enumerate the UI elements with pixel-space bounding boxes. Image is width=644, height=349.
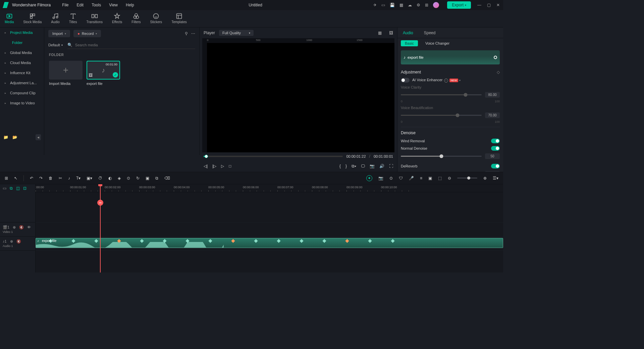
message-icon[interactable]: ▭	[381, 3, 385, 7]
subtab-basic[interactable]: Basic	[401, 40, 418, 46]
collapse-sidebar-icon[interactable]: ◂	[36, 134, 41, 140]
normal-denoise-toggle[interactable]	[491, 146, 500, 151]
detach-icon[interactable]: ⧉	[155, 176, 158, 181]
mixer-icon[interactable]: ≡	[420, 176, 422, 181]
notification-icon[interactable]: ⚙	[417, 3, 420, 7]
audio-clip[interactable]: ♪ export file	[36, 238, 503, 248]
send-icon[interactable]: ✈	[373, 3, 377, 7]
keyframe-diamond-icon[interactable]: ◇	[497, 70, 500, 74]
group-icon[interactable]: ▣	[146, 176, 149, 181]
marker-tool-icon[interactable]: 🛡	[399, 176, 403, 181]
nav-titles[interactable]: Titles	[68, 12, 78, 25]
play-button[interactable]: ▷	[221, 164, 224, 168]
export-button[interactable]: Export▾	[447, 1, 471, 9]
import-button[interactable]: Import▾	[48, 30, 70, 37]
image-icon[interactable]: 🖼	[389, 31, 393, 35]
redo-icon[interactable]: ↷	[39, 176, 43, 181]
compare-icon[interactable]: ⧉▾	[352, 164, 356, 168]
text-icon[interactable]: T▾	[76, 176, 80, 181]
voice-beautification-slider[interactable]	[401, 115, 482, 116]
stop-button[interactable]: □	[229, 164, 231, 168]
quality-dropdown[interactable]: Full Quality▾	[219, 30, 254, 36]
ai-voice-enhancer-toggle[interactable]	[401, 78, 410, 83]
voice-clarity-slider[interactable]	[401, 94, 482, 95]
sidebar-image-to-video[interactable]: ▸Image to Video	[0, 98, 44, 108]
snapshot-icon[interactable]: 📷	[370, 164, 375, 168]
mark-out-button[interactable]: }	[345, 164, 347, 168]
wind-removal-toggle[interactable]	[491, 139, 500, 143]
search-input[interactable]	[75, 43, 195, 47]
prev-frame-button[interactable]: ◁|	[204, 164, 208, 168]
open-folder-icon[interactable]: 📁	[3, 135, 8, 140]
video-track-header[interactable]: 🎬1⊕🔇👁 Video 1	[0, 222, 35, 237]
dereverb-value[interactable]: 70	[485, 171, 500, 172]
sidebar-adjustment-layer[interactable]: ▸Adjustment La...	[0, 78, 44, 88]
volume-icon[interactable]: 🔊	[379, 164, 384, 168]
color-icon[interactable]: ◐	[108, 176, 112, 181]
mark-in-button[interactable]: {	[339, 164, 341, 168]
sidebar-influence-kit[interactable]: ▸Influence Kit	[0, 68, 44, 78]
nav-stickers[interactable]: Stickers	[149, 12, 164, 25]
nav-templates[interactable]: Templates	[170, 12, 188, 25]
audio-lane[interactable]: ♪ export file	[36, 237, 503, 251]
sidebar-global-media[interactable]: ▸Global Media	[0, 48, 44, 58]
nav-audio[interactable]: Audio	[50, 12, 61, 25]
rotate-icon[interactable]: ↻	[136, 176, 140, 181]
close-button[interactable]: ✕	[496, 3, 500, 7]
voice-beautification-value[interactable]: 70.00	[485, 112, 500, 118]
add-track-icon[interactable]: ⊕	[13, 225, 16, 230]
info-icon[interactable]: i	[444, 79, 448, 83]
render-icon[interactable]: ▣	[428, 176, 432, 181]
player-viewport[interactable]: 0 500 1000 1500	[202, 38, 394, 152]
menu-edit[interactable]: Edit	[73, 1, 87, 9]
magnetic-icon[interactable]: ▭	[3, 186, 6, 191]
video-lane[interactable]	[36, 222, 503, 237]
library-icon[interactable]: ▦	[399, 3, 403, 7]
keyframe-icon[interactable]: ◈	[118, 176, 121, 181]
ai-tool-icon[interactable]: ✦	[366, 175, 372, 181]
unlink-icon[interactable]: ⌫	[164, 176, 170, 181]
import-media-card[interactable]: + Import Media	[49, 61, 83, 86]
speed-icon[interactable]: ⏱	[98, 176, 102, 181]
track-visibility-icon[interactable]: 👁	[27, 225, 31, 230]
subtab-voice-changer[interactable]: Voice Changer	[421, 40, 453, 46]
dereverb-toggle[interactable]	[491, 164, 500, 168]
more-icon[interactable]: ⋯	[191, 31, 195, 36]
voice-clarity-value[interactable]: 80.00	[485, 92, 500, 98]
mic-icon[interactable]: 🎤	[409, 176, 414, 181]
menu-file[interactable]: File	[59, 1, 72, 9]
monitor-icon[interactable]: 🖵	[361, 164, 365, 168]
cut-icon[interactable]: ✂	[59, 176, 62, 181]
menu-tools[interactable]: Tools	[88, 1, 104, 9]
cursor-tool-icon[interactable]: ↖	[14, 176, 17, 181]
mute-audio-icon[interactable]: 🔇	[16, 239, 21, 244]
normal-denoise-slider[interactable]	[401, 156, 482, 157]
sort-default[interactable]: Default▾	[48, 43, 63, 47]
cloud-icon[interactable]: ☁	[408, 3, 412, 7]
audio-track-header[interactable]: ♪1⊕🔇 Audio 1	[0, 237, 35, 251]
nav-media[interactable]: Media	[3, 12, 15, 25]
record-tool-icon[interactable]: 📷	[378, 176, 383, 181]
tab-speed[interactable]: Speed	[419, 28, 441, 38]
tab-audio[interactable]: Audio	[397, 28, 419, 38]
layout-grid-icon[interactable]: ▦	[378, 31, 382, 35]
next-frame-button[interactable]: |▷	[212, 164, 216, 168]
voiceover-icon[interactable]: ⊙	[389, 176, 393, 181]
apps-icon[interactable]: ⊞	[425, 3, 428, 7]
media-clip-card[interactable]: 00:01:00 ♪ 🖼 ✓ export file	[87, 61, 120, 86]
timer-icon[interactable]: ⊙	[127, 176, 130, 181]
track-view-icon[interactable]: ☰▾	[493, 176, 498, 181]
save-icon[interactable]: 💾	[390, 3, 395, 7]
link-icon[interactable]: ⧉	[10, 186, 13, 191]
sidebar-cloud-media[interactable]: ▸Cloud Media	[0, 58, 44, 68]
add-audio-track-icon[interactable]: ⊕	[10, 239, 13, 244]
sidebar-folder[interactable]: Folder	[0, 38, 44, 48]
undo-icon[interactable]: ↶	[30, 176, 33, 181]
export-range-icon[interactable]: ⬚	[438, 176, 442, 181]
menu-view[interactable]: View	[106, 1, 121, 9]
filter-sort-icon[interactable]: ⚲	[185, 31, 188, 36]
menu-help[interactable]: Help	[122, 1, 138, 9]
select-tool-icon[interactable]: ⊞	[5, 176, 8, 181]
record-button[interactable]: ●Record▾	[73, 30, 101, 37]
maximize-button[interactable]: ▢	[486, 3, 491, 7]
